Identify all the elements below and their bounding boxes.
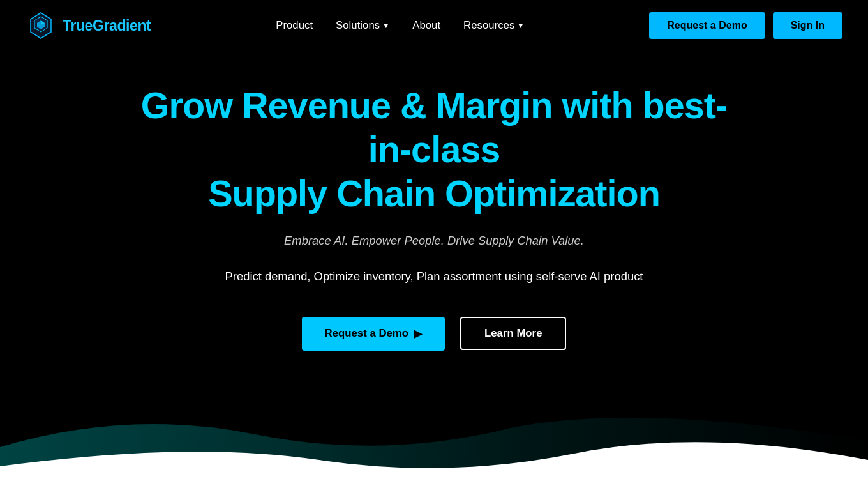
logo[interactable]: TrueGradient (26, 10, 151, 41)
hero-cta-group: Request a Demo ▶ Learn More (302, 317, 567, 351)
bottom-cards-section (0, 485, 868, 488)
chevron-down-icon-2: ▼ (517, 22, 524, 29)
wave-svg (0, 409, 868, 485)
wave-divider (0, 409, 868, 485)
nav-item-solutions[interactable]: Solutions ▼ (336, 19, 389, 32)
nav-links: Product Solutions ▼ About Resources ▼ (276, 19, 524, 32)
nav-item-product[interactable]: Product (276, 19, 313, 32)
brand-name: TrueGradient (63, 17, 151, 34)
nav-link-resources[interactable]: Resources ▼ (463, 19, 524, 32)
logo-icon (26, 10, 56, 41)
nav-actions: Request a Demo Sign In (649, 12, 842, 39)
nav-item-about[interactable]: About (412, 19, 440, 32)
arrow-icon: ▶ (414, 327, 422, 340)
hero-section: Grow Revenue & Margin with best-in-class… (0, 0, 868, 409)
navbar: TrueGradient Product Solutions ▼ About R… (0, 0, 868, 51)
nav-link-solutions[interactable]: Solutions ▼ (336, 19, 389, 32)
hero-demo-button[interactable]: Request a Demo ▶ (302, 317, 445, 351)
nav-demo-button[interactable]: Request a Demo (649, 12, 765, 39)
hero-subtitle: Embrace AI. Empower People. Drive Supply… (284, 234, 584, 248)
nav-link-product[interactable]: Product (276, 19, 313, 32)
hero-learn-more-button[interactable]: Learn More (460, 317, 566, 350)
chevron-down-icon: ▼ (382, 22, 389, 29)
hero-description: Predict demand, Optimize inventory, Plan… (225, 267, 643, 286)
nav-item-resources[interactable]: Resources ▼ (463, 19, 524, 32)
hero-title: Grow Revenue & Margin with best-in-class… (121, 84, 747, 216)
nav-link-about[interactable]: About (412, 19, 440, 32)
nav-signin-button[interactable]: Sign In (773, 12, 842, 39)
